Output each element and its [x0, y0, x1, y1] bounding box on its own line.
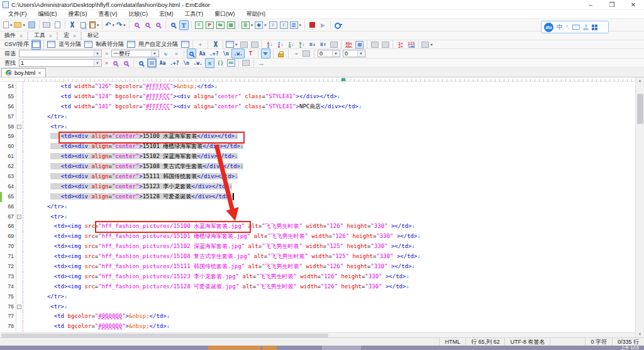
find-case-button[interactable]: Aa	[158, 58, 167, 68]
scroll-up-icon[interactable]: ▲	[636, 77, 644, 84]
scroll-down-icon[interactable]: ▼	[636, 331, 644, 337]
tab-close-icon[interactable]: ×	[38, 70, 41, 76]
plugins-toolbar-label[interactable]: 插件	[4, 31, 16, 40]
code-line[interactable]: 71 <td><img src="hff_fashion_pictures/15…	[0, 252, 635, 262]
code-line[interactable]: 54 <td width="126" bgcolor="#FFFFCC">&nb…	[0, 82, 635, 92]
sort-date-button[interactable]: ▦	[355, 40, 364, 50]
taskbar-button[interactable]	[262, 346, 277, 350]
code-line[interactable]: 69 <td><img src="hff_fashion_pictures/15…	[0, 232, 635, 242]
code-line[interactable]: 61 <td><div align="center">15102 深蓝海军套装<…	[0, 152, 635, 162]
horizontal-scrollbar[interactable]	[0, 332, 635, 337]
print-preview-button[interactable]	[53, 20, 62, 30]
status-cursor-position[interactable]: 行 65,列 62	[465, 338, 505, 346]
pencil2-button[interactable]: /	[279, 20, 289, 30]
new-file-button[interactable]: ▼	[3, 20, 13, 30]
paste-button[interactable]: ▼	[89, 20, 99, 30]
csv-mode-button[interactable]	[31, 40, 41, 50]
numbering-button[interactable]: 1=2=	[396, 40, 405, 50]
paragraph-marks-button[interactable]: P	[205, 20, 214, 30]
copy-button[interactable]	[79, 20, 88, 30]
funnel-button[interactable]	[261, 48, 270, 59]
filter-case-button[interactable]: Aa	[197, 48, 207, 59]
custom-sep-button[interactable]	[126, 40, 136, 50]
filter-word-button[interactable]: .w.	[231, 48, 244, 59]
find-group-button[interactable]: ()	[216, 58, 225, 68]
filter-refresh-button[interactable]: ↻	[161, 48, 170, 59]
search-button[interactable]	[136, 58, 146, 68]
tab-boy-html[interactable]: boy.html ×	[1, 68, 46, 77]
find-list-button[interactable]: ≔	[226, 58, 236, 68]
taskbar-button[interactable]	[208, 346, 260, 350]
after-lines-dropdown[interactable]: ▼	[343, 50, 365, 57]
go-button[interactable]: →	[257, 58, 266, 68]
fold-margin[interactable]: -	[16, 122, 23, 132]
tools-toolbar-label[interactable]: 工具	[34, 31, 45, 40]
save-button[interactable]	[27, 20, 36, 30]
menu-help[interactable]: 帮助(H)	[241, 10, 272, 18]
menu-compare[interactable]: 比较(C)	[123, 10, 154, 18]
person-icon[interactable]	[583, 25, 589, 30]
marks-toolbar-label[interactable]: 标记	[87, 31, 99, 40]
redo-button[interactable]: ↷▼	[116, 20, 126, 30]
code-line[interactable]: 65 <td><div align="center">15128 可爱圣诞装</…	[0, 192, 635, 202]
zoom-in-button[interactable]	[143, 20, 152, 30]
filter-search-button[interactable]	[187, 48, 196, 59]
menu-file[interactable]: 文件(F)	[3, 10, 33, 18]
custom-sep-label[interactable]: 用户自定义分隔	[138, 40, 178, 48]
filter-escape-button[interactable]: \n	[221, 48, 230, 59]
code-line[interactable]: 73 <td><img src="hff_fashion_pictures/15…	[0, 272, 635, 282]
ime-punct-toggle[interactable]: °,	[566, 25, 569, 30]
find-prev-button[interactable]	[111, 58, 120, 68]
code-line[interactable]: 77 <td bgcolor="#000000">&nbsp;</td>↓	[0, 312, 635, 322]
code-line[interactable]: 72 <td><img src="hff_fashion_pictures/15…	[0, 262, 635, 272]
maximize-button[interactable]: ❐	[601, 0, 623, 9]
comma-sep-button[interactable]	[47, 40, 56, 50]
tab-sep-label[interactable]: 制表符分隔	[96, 40, 124, 48]
baidu-logo-icon[interactable]: du	[544, 23, 553, 32]
split-pane-button[interactable]	[370, 40, 379, 50]
code-line[interactable]: 56 <td width="141" bgcolor="#FFFFCC"><di…	[0, 102, 635, 112]
zoom-button[interactable]	[132, 20, 142, 30]
code-line[interactable]: 78 <td bgcolor="#000000">&nbsp;</td>↓	[0, 322, 635, 332]
sort-options-button[interactable]	[329, 40, 338, 50]
extract-button[interactable]: ⇥	[291, 48, 301, 59]
code-line[interactable]: 75 </tr>↓	[0, 292, 635, 302]
menu-macro[interactable]: 宏(M)	[153, 10, 179, 18]
find-escape-button[interactable]: \n	[181, 58, 191, 68]
sort-len-desc-button[interactable]: ≡↑	[318, 40, 328, 50]
chart-button[interactable]: ▥▼	[290, 20, 302, 30]
macro-key-button[interactable]	[333, 20, 343, 30]
status-doc-type[interactable]: HTML	[439, 338, 465, 346]
find-word-button[interactable]: .w.	[192, 58, 203, 68]
open-file-button[interactable]: ▼	[14, 20, 25, 30]
find-extra-button[interactable]	[242, 58, 251, 68]
funnel-plus-button[interactable]	[302, 48, 311, 59]
code-line[interactable]: 64 <td><div align="center">15123 李小龙套装</…	[0, 182, 635, 192]
find-input[interactable]	[19, 60, 94, 66]
filter-input[interactable]	[19, 50, 94, 57]
tab-marks-button[interactable]: ▦	[226, 20, 236, 30]
tab-sep-button[interactable]	[84, 40, 93, 50]
ruler-123-button[interactable]: 123ldd	[406, 40, 416, 50]
minimize-button[interactable]: –	[580, 0, 601, 9]
macro-toolbar-label[interactable]: 宏	[64, 31, 69, 40]
comma-sep-label[interactable]: 逗号分隔	[58, 40, 81, 48]
keyboard-icon[interactable]	[572, 25, 580, 30]
filter-regex-button[interactable]: .+?	[208, 48, 219, 59]
taskbar-button[interactable]	[322, 346, 361, 350]
lock-button[interactable]	[276, 48, 286, 59]
updown-button[interactable]: ⇅	[205, 58, 214, 68]
code-line[interactable]: 62 <td><div align="center">15108 复古式学生套装…	[0, 162, 635, 172]
vertical-scrollbar[interactable]: ▲ ▼	[635, 77, 644, 337]
play-macro-button[interactable]: ▶	[318, 20, 328, 30]
print-button[interactable]	[42, 20, 52, 30]
editor-area[interactable]: 54 <td width="126" bgcolor="#FFFFCC">&nb…	[0, 82, 635, 332]
combine-button[interactable]	[380, 40, 390, 50]
code-line[interactable]: 57 </tr>↓	[0, 112, 635, 122]
code-line[interactable]: 70 <td><img src="hff_fashion_pictures/15…	[0, 242, 635, 252]
code-line[interactable]: 58- <tr>↓	[0, 122, 635, 132]
sort-abc-button[interactable]: AbcAbc	[344, 40, 353, 50]
status-char-count[interactable]: 0 字符	[585, 338, 612, 346]
find-regex-button[interactable]: .+?	[169, 58, 180, 68]
filter-t-button[interactable]: T	[246, 48, 255, 59]
